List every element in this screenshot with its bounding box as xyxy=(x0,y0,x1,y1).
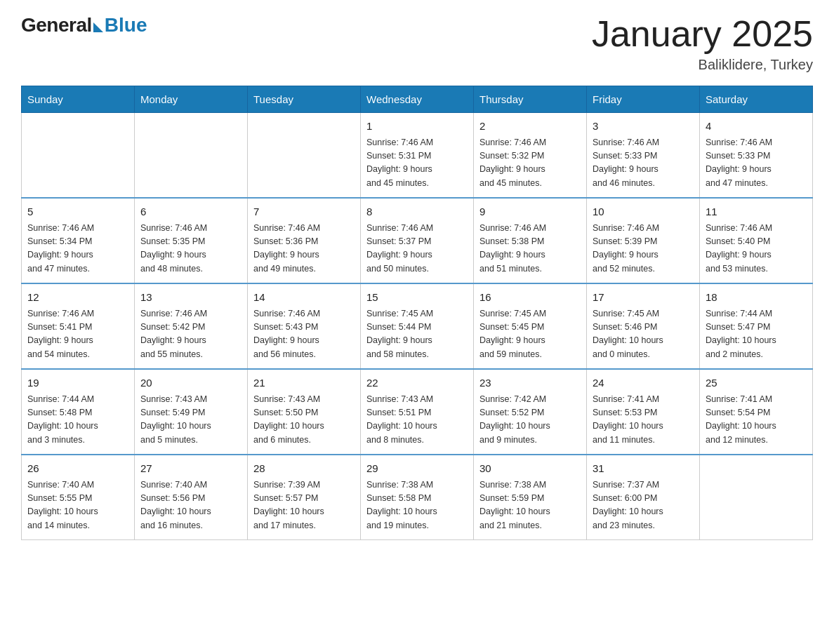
calendar-cell: 12Sunrise: 7:46 AMSunset: 5:41 PMDayligh… xyxy=(22,283,135,369)
day-number: 15 xyxy=(366,290,468,306)
calendar-cell: 26Sunrise: 7:40 AMSunset: 5:55 PMDayligh… xyxy=(22,455,135,540)
calendar-cell: 24Sunrise: 7:41 AMSunset: 5:53 PMDayligh… xyxy=(587,369,700,455)
day-info: Sunrise: 7:46 AMSunset: 5:33 PMDaylight:… xyxy=(593,136,694,191)
day-number: 1 xyxy=(366,119,468,135)
day-info: Sunrise: 7:46 AMSunset: 5:32 PMDaylight:… xyxy=(479,136,581,191)
logo: General Blue xyxy=(21,14,147,36)
day-number: 21 xyxy=(253,375,355,391)
calendar-cell: 25Sunrise: 7:41 AMSunset: 5:54 PMDayligh… xyxy=(700,369,813,455)
calendar-cell: 27Sunrise: 7:40 AMSunset: 5:56 PMDayligh… xyxy=(135,455,248,540)
day-number: 5 xyxy=(27,204,128,220)
day-info: Sunrise: 7:46 AMSunset: 5:38 PMDaylight:… xyxy=(479,222,581,276)
day-info: Sunrise: 7:46 AMSunset: 5:41 PMDaylight:… xyxy=(27,307,128,362)
calendar-cell: 19Sunrise: 7:44 AMSunset: 5:48 PMDayligh… xyxy=(22,369,135,455)
day-number: 22 xyxy=(366,375,468,391)
day-info: Sunrise: 7:43 AMSunset: 5:51 PMDaylight:… xyxy=(366,393,468,448)
day-info: Sunrise: 7:46 AMSunset: 5:33 PMDaylight:… xyxy=(706,136,807,191)
calendar-cell: 17Sunrise: 7:45 AMSunset: 5:46 PMDayligh… xyxy=(587,283,700,369)
day-number: 14 xyxy=(253,290,355,306)
calendar-title: January 2025 xyxy=(592,14,813,54)
day-number: 17 xyxy=(593,290,694,306)
day-number: 2 xyxy=(479,119,581,135)
day-number: 18 xyxy=(706,290,807,306)
calendar-cell: 23Sunrise: 7:42 AMSunset: 5:52 PMDayligh… xyxy=(474,369,587,455)
day-info: Sunrise: 7:46 AMSunset: 5:31 PMDaylight:… xyxy=(366,136,468,191)
day-number: 7 xyxy=(253,204,355,220)
calendar-cell: 4Sunrise: 7:46 AMSunset: 5:33 PMDaylight… xyxy=(700,113,813,199)
page-header: General Blue January 2025 Baliklidere, T… xyxy=(21,14,813,73)
weekday-header-tuesday: Tuesday xyxy=(248,86,361,113)
calendar-cell xyxy=(248,113,361,199)
day-info: Sunrise: 7:46 AMSunset: 5:43 PMDaylight:… xyxy=(253,307,355,362)
day-number: 9 xyxy=(479,204,581,220)
calendar-cell: 16Sunrise: 7:45 AMSunset: 5:45 PMDayligh… xyxy=(474,283,587,369)
calendar-cell: 18Sunrise: 7:44 AMSunset: 5:47 PMDayligh… xyxy=(700,283,813,369)
day-number: 16 xyxy=(479,290,581,306)
day-number: 8 xyxy=(366,204,468,220)
weekday-header-friday: Friday xyxy=(587,86,700,113)
day-info: Sunrise: 7:46 AMSunset: 5:37 PMDaylight:… xyxy=(366,222,468,276)
day-info: Sunrise: 7:38 AMSunset: 5:58 PMDaylight:… xyxy=(366,478,468,533)
logo-general-text: General xyxy=(21,14,92,36)
day-info: Sunrise: 7:46 AMSunset: 5:34 PMDaylight:… xyxy=(27,222,128,276)
calendar-cell xyxy=(700,455,813,540)
calendar-cell: 6Sunrise: 7:46 AMSunset: 5:35 PMDaylight… xyxy=(135,198,248,283)
calendar-cell: 29Sunrise: 7:38 AMSunset: 5:58 PMDayligh… xyxy=(361,455,474,540)
calendar-cell: 9Sunrise: 7:46 AMSunset: 5:38 PMDaylight… xyxy=(474,198,587,283)
day-info: Sunrise: 7:41 AMSunset: 5:53 PMDaylight:… xyxy=(593,393,694,448)
weekday-header-sunday: Sunday xyxy=(22,86,135,113)
calendar-cell: 11Sunrise: 7:46 AMSunset: 5:40 PMDayligh… xyxy=(700,198,813,283)
day-number: 10 xyxy=(593,204,694,220)
calendar-cell: 21Sunrise: 7:43 AMSunset: 5:50 PMDayligh… xyxy=(248,369,361,455)
weekday-header-thursday: Thursday xyxy=(474,86,587,113)
day-info: Sunrise: 7:45 AMSunset: 5:46 PMDaylight:… xyxy=(593,307,694,362)
day-info: Sunrise: 7:38 AMSunset: 5:59 PMDaylight:… xyxy=(479,478,581,533)
day-number: 26 xyxy=(27,461,128,477)
calendar-week-row: 19Sunrise: 7:44 AMSunset: 5:48 PMDayligh… xyxy=(22,369,813,455)
calendar-cell: 2Sunrise: 7:46 AMSunset: 5:32 PMDaylight… xyxy=(474,113,587,199)
day-info: Sunrise: 7:43 AMSunset: 5:49 PMDaylight:… xyxy=(140,393,241,448)
day-info: Sunrise: 7:40 AMSunset: 5:55 PMDaylight:… xyxy=(27,478,128,533)
calendar-cell: 13Sunrise: 7:46 AMSunset: 5:42 PMDayligh… xyxy=(135,283,248,369)
day-number: 11 xyxy=(706,204,807,220)
day-number: 27 xyxy=(140,461,241,477)
day-info: Sunrise: 7:46 AMSunset: 5:39 PMDaylight:… xyxy=(593,222,694,276)
day-number: 19 xyxy=(27,375,128,391)
calendar-cell: 14Sunrise: 7:46 AMSunset: 5:43 PMDayligh… xyxy=(248,283,361,369)
calendar-week-row: 5Sunrise: 7:46 AMSunset: 5:34 PMDaylight… xyxy=(22,198,813,283)
calendar-week-row: 1Sunrise: 7:46 AMSunset: 5:31 PMDaylight… xyxy=(22,113,813,199)
calendar-cell: 1Sunrise: 7:46 AMSunset: 5:31 PMDaylight… xyxy=(361,113,474,199)
day-number: 25 xyxy=(706,375,807,391)
day-info: Sunrise: 7:43 AMSunset: 5:50 PMDaylight:… xyxy=(253,393,355,448)
calendar-location: Baliklidere, Turkey xyxy=(592,57,813,73)
day-info: Sunrise: 7:45 AMSunset: 5:45 PMDaylight:… xyxy=(479,307,581,362)
day-info: Sunrise: 7:44 AMSunset: 5:48 PMDaylight:… xyxy=(27,393,128,448)
calendar-cell: 30Sunrise: 7:38 AMSunset: 5:59 PMDayligh… xyxy=(474,455,587,540)
day-number: 24 xyxy=(593,375,694,391)
day-number: 4 xyxy=(706,119,807,135)
day-number: 3 xyxy=(593,119,694,135)
day-number: 31 xyxy=(593,461,694,477)
weekday-header-monday: Monday xyxy=(135,86,248,113)
calendar-week-row: 26Sunrise: 7:40 AMSunset: 5:55 PMDayligh… xyxy=(22,455,813,540)
calendar-cell: 28Sunrise: 7:39 AMSunset: 5:57 PMDayligh… xyxy=(248,455,361,540)
weekday-header-wednesday: Wednesday xyxy=(361,86,474,113)
day-number: 28 xyxy=(253,461,355,477)
day-number: 29 xyxy=(366,461,468,477)
day-info: Sunrise: 7:37 AMSunset: 6:00 PMDaylight:… xyxy=(593,478,694,533)
day-info: Sunrise: 7:46 AMSunset: 5:40 PMDaylight:… xyxy=(706,222,807,276)
weekday-header-saturday: Saturday xyxy=(700,86,813,113)
logo-blue-text: Blue xyxy=(105,14,147,36)
calendar-cell: 20Sunrise: 7:43 AMSunset: 5:49 PMDayligh… xyxy=(135,369,248,455)
day-info: Sunrise: 7:40 AMSunset: 5:56 PMDaylight:… xyxy=(140,478,241,533)
day-info: Sunrise: 7:42 AMSunset: 5:52 PMDaylight:… xyxy=(479,393,581,448)
calendar-cell xyxy=(135,113,248,199)
calendar-table: SundayMondayTuesdayWednesdayThursdayFrid… xyxy=(21,86,813,540)
day-info: Sunrise: 7:46 AMSunset: 5:36 PMDaylight:… xyxy=(253,222,355,276)
day-info: Sunrise: 7:44 AMSunset: 5:47 PMDaylight:… xyxy=(706,307,807,362)
day-info: Sunrise: 7:39 AMSunset: 5:57 PMDaylight:… xyxy=(253,478,355,533)
calendar-cell: 7Sunrise: 7:46 AMSunset: 5:36 PMDaylight… xyxy=(248,198,361,283)
day-number: 12 xyxy=(27,290,128,306)
day-number: 13 xyxy=(140,290,241,306)
calendar-cell: 8Sunrise: 7:46 AMSunset: 5:37 PMDaylight… xyxy=(361,198,474,283)
